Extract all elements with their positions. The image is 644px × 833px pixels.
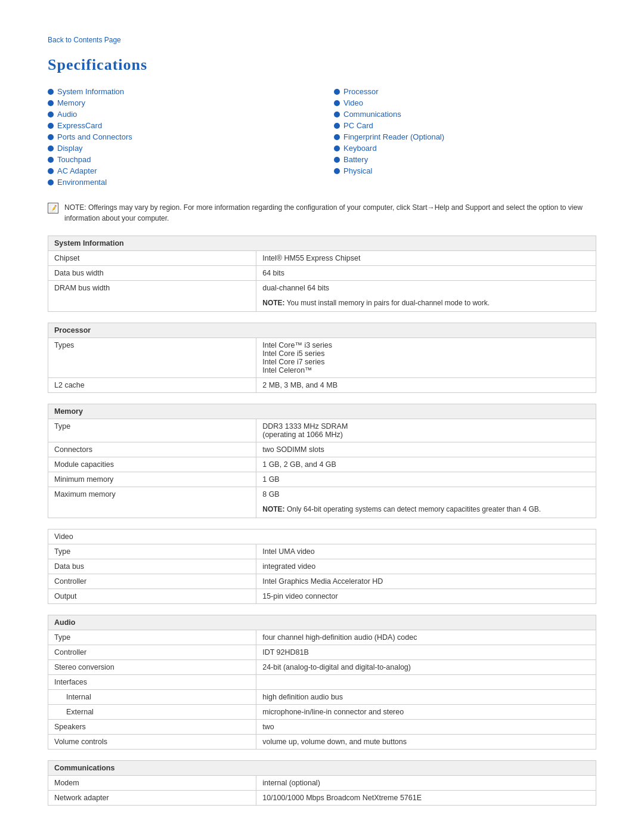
toc-link[interactable]: AC Adapter [57, 166, 97, 175]
toc-dot [48, 168, 54, 174]
toc-dot [334, 134, 340, 140]
row-label: Internal [48, 689, 256, 704]
toc-link[interactable]: Ports and Connectors [57, 132, 132, 141]
toc-item: Audio [48, 109, 310, 120]
toc-dot [48, 134, 54, 140]
table-row: Modeminternal (optional) [48, 775, 596, 790]
table-video-header: Video [48, 529, 596, 544]
toc-link[interactable]: Touchpad [57, 155, 91, 164]
toc-link[interactable]: Battery [343, 155, 368, 164]
toc-dot [334, 145, 340, 151]
row-value: Intel® HM55 Express Chipset [256, 251, 596, 266]
main-note: 📝 NOTE: Offerings may vary by region. Fo… [48, 202, 596, 224]
table-row: Stereo conversion24-bit (analog-to-digit… [48, 659, 596, 674]
table-system-information: System InformationChipsetIntel® HM55 Exp… [48, 236, 596, 312]
row-value: dual-channel 64 bitsNOTE: You must insta… [256, 281, 596, 312]
row-value: integrated video [256, 559, 596, 574]
toc-dot [48, 112, 54, 117]
table-audio-header: Audio [48, 615, 596, 630]
table-row: ChipsetIntel® HM55 Express Chipset [48, 251, 596, 266]
toc-item: PC Card [334, 120, 596, 131]
row-label: External [48, 704, 256, 719]
toc-item: ExpressCard [48, 120, 310, 131]
row-label: Interfaces [48, 674, 256, 689]
row-label: Type [48, 630, 256, 645]
row-value: two [256, 719, 596, 734]
toc-item: Environmental [48, 176, 310, 188]
row-value: 8 GBNOTE: Only 64-bit operating systems … [256, 487, 596, 518]
table-row: ControllerIDT 92HD81B [48, 645, 596, 659]
table-row: Module capacities1 GB, 2 GB, and 4 GB [48, 457, 596, 472]
toc-item: Processor [334, 86, 596, 97]
table-row: Output15-pin video connector [48, 589, 596, 603]
table-row: TypeIntel UMA video [48, 544, 596, 559]
toc-link[interactable]: Audio [57, 110, 77, 119]
toc-dot [334, 168, 340, 174]
table-row: Externalmicrophone-in/line-in connector … [48, 704, 596, 719]
row-label: Connectors [48, 442, 256, 457]
toc-dot [48, 145, 54, 151]
toc-dot [334, 123, 340, 129]
toc-link[interactable]: Communications [343, 110, 401, 119]
table-row: Volume controlsvolume up, volume down, a… [48, 734, 596, 749]
row-label: Output [48, 589, 256, 603]
row-value: DDR3 1333 MHz SDRAM(operating at 1066 MH… [256, 419, 596, 442]
table-row: L2 cache2 MB, 3 MB, and 4 MB [48, 377, 596, 392]
table-row: Interfaces [48, 674, 596, 689]
table-communications-header: Communications [48, 760, 596, 775]
row-label: Chipset [48, 251, 256, 266]
row-value: 2 MB, 3 MB, and 4 MB [256, 377, 596, 392]
row-value: internal (optional) [256, 775, 596, 790]
row-label: L2 cache [48, 377, 256, 392]
table-row: Typefour channel high-definition audio (… [48, 630, 596, 645]
row-label: Type [48, 544, 256, 559]
toc-item: Display [48, 143, 310, 154]
row-value: high definition audio bus [256, 689, 596, 704]
table-row: Data bus width64 bits [48, 266, 596, 281]
row-value: four channel high-definition audio (HDA)… [256, 630, 596, 645]
row-label: Type [48, 419, 256, 442]
toc-link[interactable]: Video [343, 98, 363, 107]
row-label: Minimum memory [48, 472, 256, 487]
table-row: Minimum memory1 GB [48, 472, 596, 487]
toc-item: Battery [334, 154, 596, 165]
toc-dot [48, 123, 54, 129]
table-audio: AudioTypefour channel high-definition au… [48, 615, 596, 750]
toc-col2: ProcessorVideoCommunicationsPC CardFinge… [334, 86, 596, 188]
row-value: IDT 92HD81B [256, 645, 596, 659]
row-value: volume up, volume down, and mute buttons [256, 734, 596, 749]
row-label: Stereo conversion [48, 659, 256, 674]
toc-grid: System InformationMemoryAudioExpressCard… [48, 86, 596, 188]
row-label: Speakers [48, 719, 256, 734]
table-row: Network adapter10/100/1000 Mbps Broadcom… [48, 790, 596, 805]
main-note-text: NOTE: Offerings may vary by region. For … [64, 202, 596, 224]
row-value: Intel UMA video [256, 544, 596, 559]
row-label: Maximum memory [48, 487, 256, 518]
toc-link[interactable]: Display [57, 144, 83, 153]
toc-link[interactable]: Physical [343, 166, 372, 175]
toc-dot [334, 100, 340, 106]
toc-item: Physical [334, 165, 596, 176]
back-to-contents-link[interactable]: Back to Contents Page [48, 36, 596, 44]
toc-link[interactable]: PC Card [343, 121, 373, 130]
table-row: TypeDDR3 1333 MHz SDRAM(operating at 106… [48, 419, 596, 442]
toc-link[interactable]: System Information [57, 87, 124, 96]
toc-link[interactable]: Environmental [57, 178, 107, 187]
row-value: Intel Graphics Media Accelerator HD [256, 574, 596, 589]
toc-link[interactable]: ExpressCard [57, 121, 102, 130]
table-memory: MemoryTypeDDR3 1333 MHz SDRAM(operating … [48, 404, 596, 518]
row-label: Controller [48, 645, 256, 659]
toc-link[interactable]: Keyboard [343, 144, 377, 153]
toc-dot [48, 89, 54, 95]
toc-dot [48, 100, 54, 106]
row-value: 1 GB, 2 GB, and 4 GB [256, 457, 596, 472]
toc-link[interactable]: Processor [343, 87, 379, 96]
row-value: 15-pin video connector [256, 589, 596, 603]
toc-col1: System InformationMemoryAudioExpressCard… [48, 86, 310, 188]
page-title: Specifications [48, 56, 596, 74]
row-value [256, 674, 596, 689]
toc-link[interactable]: Memory [57, 98, 85, 107]
row-label: DRAM bus width [48, 281, 256, 312]
row-value: 1 GB [256, 472, 596, 487]
toc-link[interactable]: Fingerprint Reader (Optional) [343, 132, 444, 141]
